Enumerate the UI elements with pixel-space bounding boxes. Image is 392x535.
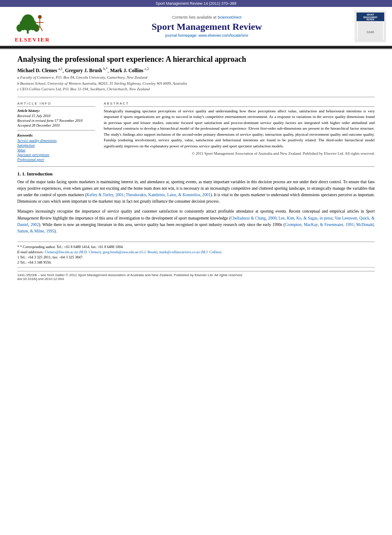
intro-title: 1. Introduction xyxy=(22,171,53,176)
svg-point-5 xyxy=(16,24,22,32)
issn-line: 1441-3523/$ – see front matter © 2011 Sp… xyxy=(17,273,375,277)
intro-para-2: Managers increasingly recognise the impo… xyxy=(17,208,375,235)
keyword-3[interactable]: Value xyxy=(17,148,95,152)
article-info-label: ARTICLE INFO xyxy=(17,102,95,107)
revised-date: Received in revised form 17 November 201… xyxy=(17,118,95,123)
journal-citation: Sport Management Review 14 (2011) 370–38… xyxy=(156,1,236,6)
email-addresses[interactable]: Clemes@lincoln.ac.nz (M.D. Clemes), greg… xyxy=(45,250,222,254)
article-info-column: ARTICLE INFO Article history: Received 1… xyxy=(17,102,95,162)
svg-text:SMR: SMR xyxy=(367,30,374,34)
doi-line: doi:10.1016/j.smr.2010.12.004 xyxy=(17,277,375,281)
info-divider xyxy=(17,130,95,131)
author-clemes: Michael D. Clemes xyxy=(17,68,57,73)
svg-text:REVIEW: REVIEW xyxy=(367,19,375,21)
email-label: E-mail addresses: xyxy=(17,250,44,254)
journal-header: ELSEVIER Contents lists available at Sci… xyxy=(0,7,392,47)
affil-a: a Faculty of Commerce, P.O. Box 84, Linc… xyxy=(17,75,375,81)
author-collins: Mark J. Collins xyxy=(110,68,143,73)
contents-label: Contents lists available at xyxy=(172,15,216,19)
keyword-2[interactable]: Satisfaction xyxy=(17,143,95,147)
clemes-affil: a,1, xyxy=(58,68,64,73)
elsevier-logo: ELSEVIER xyxy=(15,10,50,43)
received-date: Received 15 July 2010 xyxy=(17,114,95,118)
ref-theodorakis[interactable]: Theodorakis, Kambitsis, Laios, & Koustel… xyxy=(126,193,210,197)
authors-line: Michael D. Clemes a,1, Gregory J. Brush … xyxy=(17,67,375,73)
bottom-legal: 1441-3523/$ – see front matter © 2011 Sp… xyxy=(17,271,375,281)
sport-logo-section: SPORT MANAGEMENT REVIEW SMR xyxy=(353,11,388,42)
ref-chelladurai[interactable]: Chelladurai & Chang, 2000 xyxy=(230,216,276,220)
abstract-para: Strategically managing spectator percept… xyxy=(104,108,375,150)
abstract-text: Strategically managing spectator percept… xyxy=(104,108,375,157)
affil-c: c CEO-Collins Carriers Ltd, P.O. Box 11-… xyxy=(17,86,375,92)
fn2: 2 Tel.: +64 3 348 9556. xyxy=(17,260,375,264)
ref-kelley[interactable]: Kelley & Turley, 2001 xyxy=(86,193,124,197)
article-divider xyxy=(17,97,375,97)
elsevier-logo-section: ELSEVIER xyxy=(4,10,61,43)
collins-affil: c,2 xyxy=(145,68,149,73)
journal-citation-bar: Sport Management Review 14 (2011) 370–38… xyxy=(0,0,392,7)
affiliations: a Faculty of Commerce, P.O. Box 84, Linc… xyxy=(17,75,375,92)
elsevier-wordmark: ELSEVIER xyxy=(15,36,50,43)
footnotes-section: * * Corresponding author. Tel.: +61 8 64… xyxy=(17,242,375,281)
main-divider xyxy=(17,166,375,167)
email-footnote: E-mail addresses: Clemes@lincoln.ac.nz (… xyxy=(17,250,375,254)
fn1: 1 Tel.: +64 3 325 2811; fax: +64 3 325 3… xyxy=(17,255,375,259)
keyword-1[interactable]: Service quality dimensions xyxy=(17,138,95,143)
main-content: Analysing the professional sport experie… xyxy=(0,49,392,286)
article-title: Analysing the professional sport experie… xyxy=(17,54,375,64)
author-brush: Gregory J. Brush xyxy=(65,68,102,73)
accepted-date: Accepted 28 December 2010 xyxy=(17,123,95,127)
intro-heading: 1. 1. Introduction xyxy=(17,171,375,176)
intro-number: 1. xyxy=(17,171,22,176)
article-info-abstract: ARTICLE INFO Article history: Received 1… xyxy=(17,102,375,162)
copyright-line: © 2011 Sport Management Association of A… xyxy=(104,151,375,157)
journal-title-section: Contents lists available at ScienceDirec… xyxy=(61,15,353,38)
keywords-label: Keywords: xyxy=(17,133,95,137)
contents-available-line: Contents lists available at ScienceDirec… xyxy=(61,15,353,19)
corresponding-author-note: * * Corresponding author. Tel.: +61 8 64… xyxy=(17,245,375,249)
article-history-label: Article history: xyxy=(17,108,95,113)
bottom-divider xyxy=(17,267,375,268)
intro-para-1: One of the major tasks facing sports mar… xyxy=(17,179,375,205)
elsevier-tree-icon xyxy=(15,10,50,35)
brush-affil: b,*, xyxy=(103,68,109,73)
svg-text:SPORT: SPORT xyxy=(367,13,374,16)
keyword-5[interactable]: Professional sport xyxy=(17,157,95,162)
keyword-4[interactable]: Spectator perceptions xyxy=(17,153,95,157)
abstract-label: ABSTRACT xyxy=(104,102,375,107)
smr-logo-icon: SPORT MANAGEMENT REVIEW SMR xyxy=(356,12,385,41)
journal-title: Sport Management Review xyxy=(61,21,353,32)
sciencedirect-link[interactable]: ScienceDirect xyxy=(217,15,242,19)
corresponding-text: * Corresponding author. Tel.: +61 8 6488… xyxy=(20,245,124,249)
ref-lee[interactable]: Lee, Kim, Ko, & Sagas, in press xyxy=(278,216,332,220)
affil-b: b Business School, University of Western… xyxy=(17,81,375,87)
sport-management-review-logo: SPORT MANAGEMENT REVIEW SMR xyxy=(355,11,386,42)
svg-point-7 xyxy=(38,15,42,19)
ref-crompton[interactable]: Crompton, MacKay, & Fesenmaier, 1991 xyxy=(285,223,354,227)
journal-homepage: journal homepage: www.elsevier.com/locat… xyxy=(61,33,353,38)
abstract-column: ABSTRACT Strategically managing spectato… xyxy=(104,102,375,162)
